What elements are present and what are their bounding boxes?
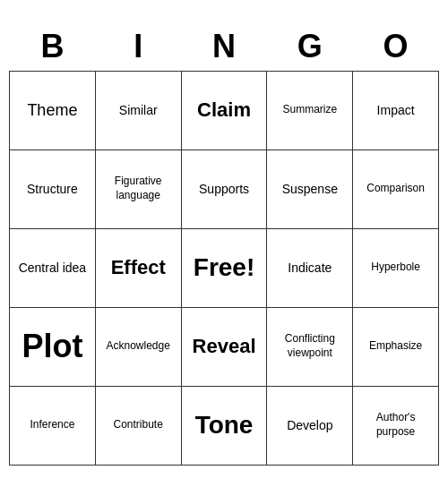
bingo-cell-0-3: Summarize <box>267 71 353 150</box>
bingo-cell-2-0: Central idea <box>10 228 96 307</box>
bingo-cell-1-2: Supports <box>181 150 267 228</box>
bingo-cell-0-1: Similar <box>95 71 181 150</box>
bingo-cell-4-3: Develop <box>267 386 353 465</box>
bingo-card: BINGO ThemeSimilarClaimSummarizeImpactSt… <box>9 22 439 466</box>
header-letter-g: G <box>267 22 353 72</box>
bingo-cell-3-0: Plot <box>10 307 96 386</box>
bingo-cell-3-4: Emphasize <box>353 307 439 386</box>
bingo-cell-1-3: Suspense <box>267 150 353 228</box>
bingo-row-2: Central ideaEffectFree!IndicateHyperbole <box>10 228 439 307</box>
bingo-cell-1-1: Figurative language <box>95 150 181 228</box>
bingo-cell-1-4: Comparison <box>353 150 439 228</box>
bingo-cell-2-1: Effect <box>95 228 181 307</box>
header-letter-b: B <box>10 22 96 72</box>
bingo-cell-4-4: Author's purpose <box>353 386 439 465</box>
header-letter-n: N <box>181 22 267 72</box>
bingo-cell-3-2: Reveal <box>181 307 267 386</box>
bingo-header: BINGO <box>10 22 439 72</box>
bingo-cell-4-1: Contribute <box>95 386 181 465</box>
header-letter-o: O <box>353 22 439 72</box>
bingo-cell-3-1: Acknowledge <box>95 307 181 386</box>
bingo-row-3: PlotAcknowledgeRevealConflicting viewpoi… <box>10 307 439 386</box>
bingo-cell-4-2: Tone <box>181 386 267 465</box>
bingo-cell-0-2: Claim <box>181 71 267 150</box>
bingo-body: ThemeSimilarClaimSummarizeImpactStructur… <box>10 71 439 465</box>
bingo-cell-2-3: Indicate <box>267 228 353 307</box>
bingo-cell-3-3: Conflicting viewpoint <box>267 307 353 386</box>
bingo-row-1: StructureFigurative languageSupportsSusp… <box>10 150 439 228</box>
bingo-cell-2-4: Hyperbole <box>353 228 439 307</box>
header-letter-i: I <box>95 22 181 72</box>
bingo-cell-0-4: Impact <box>353 71 439 150</box>
bingo-cell-1-0: Structure <box>10 150 96 228</box>
bingo-cell-2-2: Free! <box>181 228 267 307</box>
bingo-cell-0-0: Theme <box>10 71 96 150</box>
bingo-row-4: InferenceContributeToneDevelopAuthor's p… <box>10 386 439 465</box>
bingo-cell-4-0: Inference <box>10 386 96 465</box>
bingo-row-0: ThemeSimilarClaimSummarizeImpact <box>10 71 439 150</box>
